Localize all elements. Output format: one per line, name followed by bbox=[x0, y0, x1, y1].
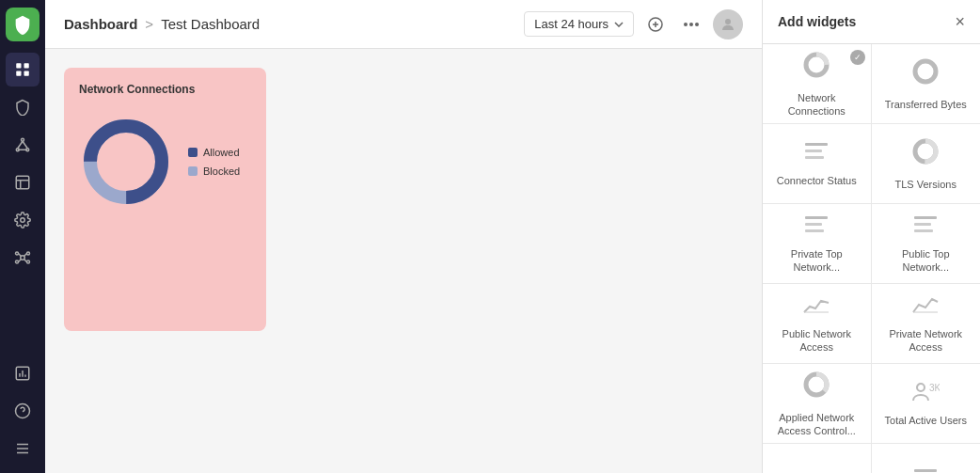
widget-icon-extra1 bbox=[802, 466, 830, 473]
close-panel-button[interactable]: × bbox=[955, 13, 965, 30]
widget-option-network-connections[interactable]: ✓ Network Connections bbox=[763, 44, 872, 124]
sidebar-item-integrations[interactable] bbox=[6, 241, 40, 275]
list-icon-3 bbox=[912, 213, 939, 236]
widget-icon-public-network-access bbox=[802, 293, 830, 320]
widget-option-total-active-users[interactable]: 3K Total Active Users bbox=[872, 364, 981, 444]
sidebar-item-shield[interactable] bbox=[6, 90, 40, 124]
breadcrumb: Dashboard > Test Dashboard bbox=[64, 16, 516, 32]
sidebar-item-package[interactable] bbox=[6, 166, 40, 199]
widget-title: Network Connections bbox=[79, 83, 251, 96]
support-icon bbox=[14, 402, 31, 419]
svg-rect-53 bbox=[914, 223, 931, 226]
package-icon bbox=[14, 174, 31, 191]
svg-line-7 bbox=[18, 141, 23, 149]
list-icon-4 bbox=[912, 466, 939, 473]
config-icon bbox=[14, 440, 31, 457]
svg-point-37 bbox=[695, 23, 699, 26]
svg-point-17 bbox=[16, 260, 19, 263]
legend-blocked: Blocked bbox=[188, 166, 240, 177]
svg-point-35 bbox=[684, 23, 688, 26]
dashboard-icon bbox=[14, 61, 31, 78]
widget-option-applied-network-access[interactable]: Applied Network Access Control... bbox=[763, 364, 872, 444]
checked-badge: ✓ bbox=[850, 50, 865, 65]
widget-option-connector-status[interactable]: Connector Status bbox=[763, 124, 872, 204]
widget-icon-connector-status bbox=[803, 140, 830, 166]
widget-option-public-top-network[interactable]: Public Top Network... bbox=[872, 204, 981, 284]
user-avatar[interactable] bbox=[713, 9, 743, 39]
donut-icon-3 bbox=[910, 136, 940, 166]
svg-line-8 bbox=[23, 141, 27, 149]
svg-point-16 bbox=[27, 252, 30, 255]
breadcrumb-separator: > bbox=[145, 16, 153, 32]
sidebar-item-support[interactable] bbox=[6, 394, 40, 428]
widget-icon-applied-network-access bbox=[801, 370, 831, 403]
add-widget-button[interactable] bbox=[641, 10, 670, 39]
more-options-button[interactable] bbox=[677, 10, 705, 39]
sidebar-logo bbox=[6, 8, 40, 41]
add-widgets-panel: Add widgets × ✓ Network Connections Tran… bbox=[762, 0, 980, 473]
svg-rect-3 bbox=[24, 71, 29, 76]
chart-container: Allowed Blocked bbox=[79, 115, 251, 209]
widget-icon-network-connections bbox=[801, 50, 831, 84]
widget-option-private-network-access[interactable]: Private Network Access bbox=[872, 284, 981, 364]
sidebar-item-config[interactable] bbox=[6, 432, 40, 465]
svg-line-21 bbox=[19, 260, 22, 262]
widget-option-extra2[interactable] bbox=[872, 444, 981, 473]
plus-icon bbox=[648, 17, 663, 32]
line-chart-icon-3 bbox=[802, 466, 830, 473]
reports-icon bbox=[14, 365, 31, 382]
chevron-down-icon bbox=[614, 22, 624, 27]
svg-line-19 bbox=[19, 254, 22, 257]
donut-icon-2 bbox=[910, 56, 940, 87]
more-icon bbox=[684, 23, 699, 26]
allowed-dot bbox=[188, 148, 198, 157]
users-icon: 3K bbox=[911, 380, 940, 402]
sidebar-item-dashboard[interactable] bbox=[6, 53, 40, 87]
donut-chart bbox=[79, 115, 173, 209]
breadcrumb-root[interactable]: Dashboard bbox=[64, 16, 137, 32]
logo-icon bbox=[12, 14, 33, 35]
widget-option-public-network-access[interactable]: Public Network Access bbox=[763, 284, 872, 364]
network-icon bbox=[14, 136, 31, 153]
header-controls: Last 24 hours bbox=[524, 9, 743, 39]
shield-icon bbox=[14, 99, 31, 116]
widget-option-tls-versions[interactable]: TLS Versions bbox=[872, 124, 981, 204]
sidebar bbox=[0, 0, 45, 473]
time-filter-dropdown[interactable]: Last 24 hours bbox=[524, 11, 634, 37]
widget-label-public-network-access: Public Network Access bbox=[770, 327, 863, 355]
svg-rect-54 bbox=[914, 229, 933, 232]
widget-icon-transferred-bytes bbox=[910, 56, 940, 90]
list-icon-2 bbox=[803, 213, 830, 236]
line-chart-icon bbox=[802, 293, 830, 316]
svg-rect-52 bbox=[914, 216, 937, 219]
widget-label-tls-versions: TLS Versions bbox=[895, 178, 956, 191]
widget-label-total-active-users: Total Active Users bbox=[885, 414, 967, 427]
svg-rect-50 bbox=[805, 223, 822, 226]
svg-point-15 bbox=[16, 252, 19, 255]
page-title: Test Dashboard bbox=[161, 16, 260, 32]
chart-legend: Allowed Blocked bbox=[188, 147, 240, 177]
line-chart-icon-2 bbox=[911, 293, 940, 316]
sidebar-item-settings[interactable] bbox=[6, 203, 40, 237]
widget-option-extra1[interactable] bbox=[763, 444, 872, 473]
donut-icon bbox=[801, 50, 831, 80]
widget-icon-private-top-network bbox=[803, 213, 830, 240]
widget-icon-extra2 bbox=[912, 466, 939, 473]
widget-label-public-top-network: Public Top Network... bbox=[879, 247, 973, 275]
widget-option-private-top-network[interactable]: Private Top Network... bbox=[763, 204, 872, 284]
donut-icon-4 bbox=[801, 370, 831, 400]
svg-rect-51 bbox=[805, 229, 824, 232]
svg-point-57 bbox=[917, 384, 925, 391]
sidebar-item-network[interactable] bbox=[6, 128, 40, 162]
widget-option-transferred-bytes[interactable]: Transferred Bytes bbox=[872, 44, 981, 124]
sidebar-item-reports[interactable] bbox=[6, 356, 40, 390]
dashboard-area: Network Connections Allowed Blocked bbox=[45, 49, 762, 473]
time-filter-label: Last 24 hours bbox=[534, 17, 609, 31]
widget-icon-private-network-access bbox=[911, 293, 940, 320]
blocked-label: Blocked bbox=[203, 166, 240, 177]
svg-line-22 bbox=[24, 260, 27, 262]
header: Dashboard > Test Dashboard Last 24 hours bbox=[45, 0, 762, 49]
svg-rect-46 bbox=[805, 156, 824, 159]
svg-rect-49 bbox=[805, 216, 828, 219]
svg-point-43 bbox=[915, 61, 936, 82]
